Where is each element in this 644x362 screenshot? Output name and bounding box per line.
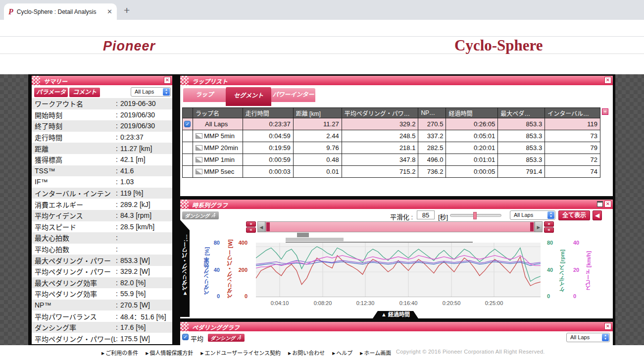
summary-row: IF™:1.03 <box>32 176 172 188</box>
tab-comments[interactable]: コメント <box>69 88 100 97</box>
range-next-button[interactable]: » <box>246 221 256 227</box>
browser-toolbar: ← → ↻ https://cyclo-sphere.com/analysis/… <box>0 20 644 37</box>
param-colon: : <box>116 301 120 309</box>
range-next-button[interactable]: » <box>544 221 554 227</box>
summary-titlebar: サマリー ✕ <box>32 76 172 85</box>
param-colon: : <box>116 167 120 175</box>
elapsed-time-tab[interactable]: ▲ 経過時間 <box>373 311 418 318</box>
link-marker-icon: ▶ <box>146 351 149 356</box>
pedaling-laps-select[interactable]: All Laps ▲▼ <box>566 333 610 342</box>
new-tab-button[interactable]: + <box>124 4 130 16</box>
lap-value-cell: 736.2 <box>418 166 446 178</box>
lap-list-panel: ラップリスト ✕ ラップ セグメント パワーインターバル ラップ名走行時間距離 … <box>180 76 613 196</box>
summary-row: 平均ペダリング・パワー:329.2 [W] <box>32 266 172 277</box>
chart-left-tab[interactable]: ▼ペダリング・パワー;… <box>180 219 190 317</box>
param-colon: : <box>116 201 120 208</box>
dancing-toggle[interactable]: ダンシング <box>182 211 219 219</box>
column-header: インターバル… <box>545 108 600 118</box>
browser-tab[interactable]: P Cyclo-Sphere : Detail Analysis ✕ <box>4 3 117 20</box>
lap-name-cell: MMP 20min <box>193 142 243 154</box>
maximize-icon[interactable] <box>597 201 603 207</box>
range-prev-button[interactable]: « <box>544 227 554 233</box>
table-row[interactable]: MMP 1min0:00:590.48347.8496.00:01:01853.… <box>183 154 600 166</box>
table-plus-button[interactable]: + <box>602 108 608 115</box>
param-value: 41.6 <box>120 167 172 175</box>
select-stepper-icon: ▲▼ <box>547 211 554 219</box>
footer-link[interactable]: ▶エンドユーザーライセンス契約 <box>200 349 281 357</box>
dancing-toggle[interactable]: ダンシング <box>208 334 245 342</box>
param-label: 平均パワーバランス <box>35 311 116 321</box>
smoothing-slider[interactable] <box>450 214 501 217</box>
cyclist-icon <box>210 212 216 218</box>
average-checkbox[interactable]: ✓ <box>182 334 189 340</box>
param-value: 48.4：51.6 [%] <box>120 311 172 321</box>
tab-power-interval[interactable]: パワーインターバル <box>271 88 315 102</box>
x-tick-label: 0:16:40 <box>394 300 423 306</box>
link-marker-icon: ▶ <box>101 351 104 356</box>
range-step-left[interactable]: ◀ <box>257 221 265 232</box>
axis-tick: 0 <box>209 293 220 299</box>
close-icon[interactable]: ✕ <box>604 77 611 84</box>
column-header: ラップ名 <box>193 108 243 118</box>
segment-icon <box>196 157 202 162</box>
footer-link[interactable]: ▶お問い合わせ <box>288 349 325 357</box>
table-row[interactable]: ✓All Laps0:23:3711.27329.2270.50:26:0585… <box>183 118 600 130</box>
lap-checkbox[interactable]: ✓ <box>184 121 191 127</box>
range-handle-left[interactable] <box>266 222 270 231</box>
param-value: 329.2 [W] <box>120 267 172 275</box>
copyright: Copyright © 2016 Pioneer Corporation All… <box>396 349 545 355</box>
slider-thumb[interactable] <box>473 212 477 219</box>
footer-link[interactable]: ▶ご利用の条件 <box>101 349 138 357</box>
param-value: 84.3 [rpm] <box>120 211 172 219</box>
smoothing-unit: [秒] <box>438 212 448 221</box>
axis-tick: 0 <box>547 293 558 299</box>
param-value: 2019-06-30 <box>120 100 172 107</box>
summary-row: 平均心拍数: <box>32 244 172 255</box>
summary-row: 平均ケイデンス:84.3 [rpm] <box>32 210 172 221</box>
row-checkbox-cell: ✓ <box>183 118 193 130</box>
table-row[interactable]: MMP 5min0:04:592.44248.5337.20:05:01853.… <box>183 130 600 142</box>
show-all-button[interactable]: 全て表示 <box>558 210 590 220</box>
column-header: 最大ペダ… <box>498 108 545 118</box>
footer-link[interactable]: ▶ヘルプ <box>332 349 352 357</box>
summary-laps-select[interactable]: All Laps ▲▼ <box>131 87 171 97</box>
row-checkbox-cell <box>183 166 193 178</box>
smoothing-input[interactable] <box>417 210 435 219</box>
range-scrollbar[interactable] <box>265 221 535 232</box>
range-handle-right[interactable] <box>530 222 534 231</box>
app-toolbar: Riku ▼ <box>0 54 644 74</box>
param-value: 42.1 [m] <box>120 155 172 163</box>
axis-tick: 40 <box>547 267 558 273</box>
param-colon: : <box>116 133 120 141</box>
axis-tick: 80 <box>547 240 558 246</box>
param-colon: : <box>116 178 120 186</box>
close-icon[interactable]: ✕ <box>164 77 171 84</box>
footer-link[interactable]: ▶個人情報保護方針 <box>146 349 193 357</box>
x-tick-label: 0:12:30 <box>350 300 380 306</box>
lap-value-cell: 11.27 <box>294 118 342 130</box>
param-value: 11.27 [km] <box>120 145 172 153</box>
collapse-button[interactable]: ◀ <box>593 210 602 220</box>
ts-laps-select[interactable]: All Laps ▲▼ <box>510 210 555 220</box>
lap-name-cell: All Laps <box>193 118 243 130</box>
segment-icon <box>196 133 202 139</box>
tab-segment[interactable]: セグメント <box>226 87 271 106</box>
param-colon: : <box>116 290 120 298</box>
range-step-right[interactable]: ▶ <box>535 221 543 232</box>
axis-tick: 200 <box>232 267 248 273</box>
close-icon[interactable]: ✕ <box>604 323 611 330</box>
footer-link[interactable]: ▶ホーム画面 <box>360 349 391 357</box>
tab-lap[interactable]: ラップ <box>183 88 226 102</box>
link-marker-icon: ▶ <box>200 351 203 356</box>
param-value: 55.9 [%] <box>120 290 172 298</box>
tab-parameters[interactable]: パラメータ <box>34 88 68 97</box>
table-row[interactable]: MMP 5sec0:00:030.01715.2736.20:00:05791.… <box>183 166 600 178</box>
link-marker-icon: ▶ <box>360 351 363 356</box>
param-colon: : <box>116 234 120 242</box>
close-icon[interactable]: ✕ <box>604 201 611 207</box>
param-label: 最大心拍数 <box>35 233 116 243</box>
tab-close-icon[interactable]: ✕ <box>107 8 112 15</box>
range-prev-button[interactable]: « <box>246 227 256 233</box>
table-row[interactable]: MMP 20min0:19:599.76218.1282.50:20:01853… <box>183 142 600 154</box>
param-colon: : <box>116 223 120 231</box>
